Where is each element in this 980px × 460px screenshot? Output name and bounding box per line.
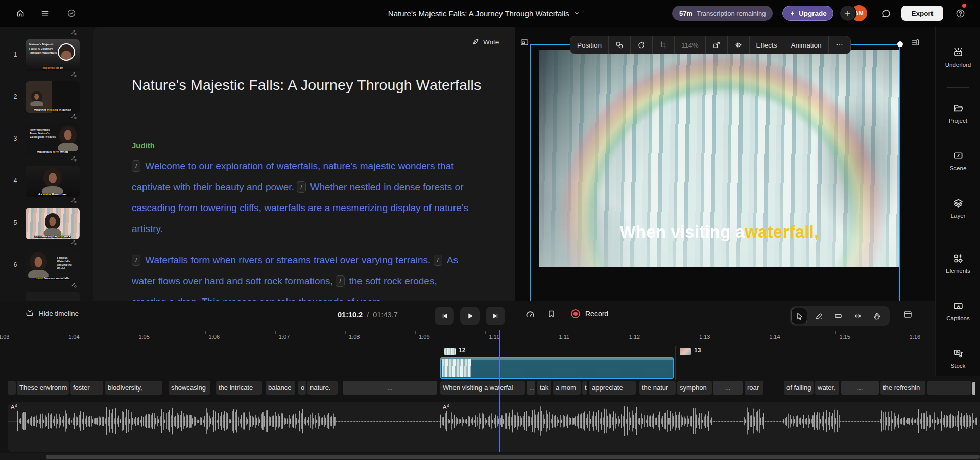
scene-12-thumbnail[interactable] [444, 348, 456, 355]
write-button[interactable]: Write [471, 38, 499, 47]
scene-break-chip[interactable]: / [336, 275, 344, 287]
sidebar-item-layer[interactable]: Layer [936, 198, 980, 219]
marker-button[interactable] [546, 309, 556, 321]
waveform[interactable] [0, 399, 980, 454]
scene-12-label[interactable]: 12 [459, 347, 465, 354]
transition-icon[interactable] [70, 71, 79, 79]
word-block[interactable] [927, 381, 971, 395]
scene-break-chip[interactable]: / [132, 160, 140, 172]
transcription-remaining-badge[interactable]: 57m Transcription remaining [672, 6, 773, 21]
horizontal-scrollbar-thumb[interactable] [46, 455, 980, 459]
sidebar-item-elements[interactable]: Elements [936, 253, 980, 274]
word-block[interactable]: showcasing [169, 381, 210, 395]
scene-break-chip[interactable]: / [132, 255, 140, 266]
clip-tool-tool[interactable] [830, 308, 846, 324]
selection-left-edge[interactable] [530, 44, 531, 301]
word-block[interactable]: balance [266, 381, 295, 395]
transition-icon[interactable] [70, 197, 79, 205]
hide-timeline-button[interactable]: Hide timeline [25, 309, 79, 318]
selection-right-edge[interactable] [899, 44, 900, 301]
more-icon[interactable] [828, 36, 850, 54]
layers-panel-icon[interactable] [911, 38, 920, 49]
scene-13-thumbnail[interactable] [680, 348, 691, 355]
word-block[interactable]: water, [815, 381, 839, 395]
scene-thumbnail-3[interactable]: How Waterfalls Form: Nature's Geological… [26, 123, 80, 155]
transition-icon[interactable] [70, 29, 79, 37]
silence-block[interactable]: ... [527, 381, 535, 395]
document-title[interactable]: Nature's Majestic Falls: A Journey Throu… [132, 75, 489, 95]
word-block[interactable]: the intricate [216, 381, 262, 395]
word-block[interactable]: roar [745, 381, 763, 395]
word-block[interactable]: appreciate [589, 381, 636, 395]
play-button[interactable] [460, 307, 480, 325]
scene-thumbnail-5[interactable]: formations, the soft rock [26, 208, 80, 239]
sidebar-item-underlord[interactable]: Underlord [936, 47, 980, 68]
transition-icon[interactable] [70, 239, 79, 247]
scene-13-label[interactable]: 13 [694, 347, 701, 354]
silence-block[interactable]: ... [343, 381, 437, 395]
shape-tool-icon[interactable] [608, 36, 630, 54]
add-people-button[interactable] [839, 5, 856, 22]
word-block[interactable]: the natur [639, 381, 676, 395]
skip-back-button[interactable] [435, 307, 454, 325]
word-block[interactable] [8, 381, 16, 395]
crop-icon[interactable] [652, 36, 674, 54]
word-block[interactable]: tak [537, 381, 551, 395]
home-button[interactable] [12, 5, 29, 21]
word-block[interactable]: nature. [307, 381, 338, 395]
toolbar-position[interactable]: Position [570, 36, 608, 54]
rotate-icon[interactable] [630, 36, 652, 54]
speaker-label[interactable]: Judith [132, 141, 155, 150]
selected-video-clip[interactable] [440, 357, 674, 379]
scene-thumbnail-6[interactable]: Famous Waterfalls Around the Worldmost f… [26, 249, 80, 281]
playhead[interactable] [499, 330, 500, 452]
project-title-menu[interactable]: Nature's Majestic Falls: A Journey Throu… [388, 0, 581, 27]
selection-handle[interactable] [897, 41, 903, 47]
scene-break-chip[interactable]: / [297, 181, 305, 193]
audio-clip-label[interactable]: A [11, 404, 19, 410]
scene-thumbnail-2[interactable]: Whether nestled in dense [26, 81, 80, 113]
trim-tool[interactable] [849, 308, 866, 324]
scene-thumbnail-partial[interactable] [26, 292, 80, 301]
transition-icon[interactable] [70, 113, 79, 121]
word-block[interactable]: These environm [17, 381, 69, 395]
toolbar-114-[interactable]: 114% [674, 36, 705, 54]
silence-block[interactable]: ... [841, 381, 879, 395]
word-block[interactable]: foster [70, 381, 103, 395]
transcript-body[interactable]: /Welcome to our exploration of waterfall… [132, 155, 473, 301]
flip-icon[interactable] [727, 36, 749, 54]
word-block[interactable]: o [298, 381, 306, 395]
sidebar-item-captions[interactable]: ACaptions [936, 301, 980, 321]
word-block[interactable]: symphon [677, 381, 712, 395]
comments-button[interactable] [878, 6, 894, 21]
transition-icon[interactable] [70, 155, 79, 164]
help-button[interactable] [952, 5, 968, 21]
audio-clip-label-2[interactable]: A [443, 404, 451, 410]
transcript-text[interactable]: Waterfalls form when rivers or streams t… [145, 255, 433, 265]
word-block[interactable]: When visiting a waterfal [440, 381, 525, 395]
word-block[interactable]: the refreshin [880, 381, 925, 395]
record-button[interactable]: Record [571, 309, 608, 318]
pen-tool[interactable] [810, 308, 827, 324]
hand-tool[interactable] [869, 308, 885, 324]
word-block[interactable]: a mom [553, 381, 581, 395]
sync-status-button[interactable] [63, 5, 80, 21]
sidebar-item-project[interactable]: Project [936, 103, 980, 124]
video-caption[interactable]: When visiting a waterfall, [539, 222, 900, 242]
sidebar-item-stock[interactable]: Stock [936, 348, 980, 369]
scene-thumbnail-4[interactable]: As water flows over [26, 166, 80, 197]
toolbar-animation[interactable]: Animation [784, 36, 828, 54]
video-canvas[interactable]: When visiting a waterfall, [539, 50, 900, 267]
track-panel-toggle[interactable] [903, 310, 913, 321]
word-block[interactable]: of falling [784, 381, 814, 395]
canvas-frame-icon[interactable] [520, 38, 529, 49]
upgrade-button[interactable]: Upgrade [782, 6, 833, 21]
scene-break-chip[interactable]: / [434, 255, 442, 266]
silence-block[interactable]: ... [713, 381, 743, 395]
scene-thumbnail-1[interactable]: Nature's Majestic Falls: A Journey Throu… [26, 39, 80, 71]
word-block[interactable]: t [582, 381, 587, 395]
pointer-tool[interactable] [791, 308, 807, 324]
transition-icon[interactable] [70, 282, 79, 290]
sidebar-item-scene[interactable]: Scene [936, 150, 980, 171]
skip-forward-button[interactable] [486, 307, 505, 325]
